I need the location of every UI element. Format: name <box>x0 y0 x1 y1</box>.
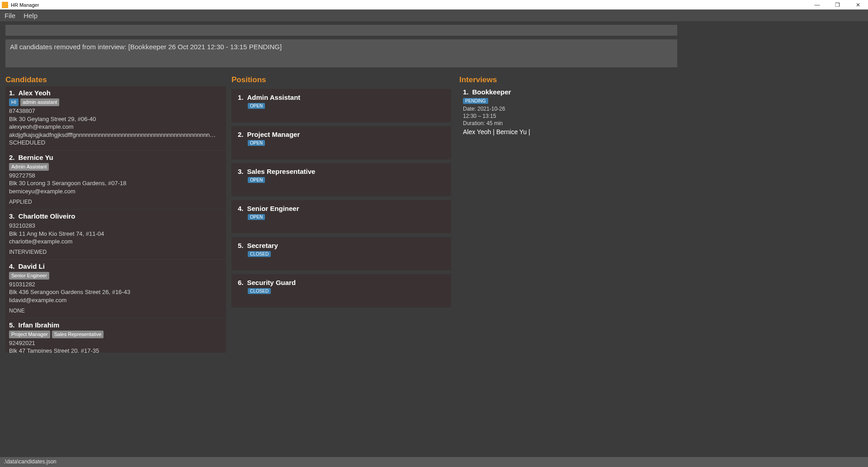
interview-item[interactable]: 1.Bookkeeper PENDING Date: 2021-10-26 12… <box>459 86 864 137</box>
position-item[interactable]: 5.Secretary CLOSED <box>231 237 451 271</box>
position-item[interactable]: 6.Security Guard CLOSED <box>231 274 451 308</box>
position-status-badge: OPEN <box>248 177 265 183</box>
close-button[interactable]: ✕ <box>848 0 868 9</box>
app-icon <box>2 2 8 8</box>
position-item[interactable]: 3.Sales Representative OPEN <box>231 163 451 196</box>
candidate-tag: Admin Assistant <box>9 163 49 171</box>
position-item[interactable]: 2.Project Manager OPEN <box>231 126 451 159</box>
candidate-tag: HI <box>9 98 19 106</box>
minimize-button[interactable]: — <box>807 0 827 9</box>
menu-file[interactable]: File <box>5 12 15 19</box>
candidate-tag: Project Manager <box>9 331 50 338</box>
position-item[interactable]: 4.Senior Engineer OPEN <box>231 200 451 234</box>
position-status-badge: OPEN <box>248 214 265 220</box>
position-status-badge: OPEN <box>248 140 265 146</box>
candidate-item[interactable]: 4.David Li Senior Engineer 91031282 Blk … <box>5 260 226 318</box>
menubar: File Help <box>0 9 868 21</box>
window-titlebar: HR Manager — ❐ ✕ <box>0 0 868 9</box>
candidate-tag: admin assistant <box>20 98 59 106</box>
interview-status-badge: PENDING <box>463 98 488 104</box>
interviews-section-title: Interviews <box>459 75 864 84</box>
command-input[interactable] <box>5 25 677 36</box>
candidate-tag: Sales Representative <box>52 331 104 338</box>
footer-path: .\data\candidates.json <box>0 457 868 467</box>
status-message: All candidates removed from interview: [… <box>5 39 677 67</box>
position-status-badge: OPEN <box>248 103 265 109</box>
positions-section-title: Positions <box>231 75 459 84</box>
window-title: HR Manager <box>11 2 39 8</box>
position-status-badge: CLOSED <box>248 288 271 294</box>
positions-list: 1.Admin Assistant OPEN 2.Project Manager… <box>231 86 459 308</box>
candidate-item[interactable]: 1.Alex Yeoh HI admin assistant 87438807 … <box>5 86 226 150</box>
candidate-item[interactable]: 2.Bernice Yu Admin Assistant 99272758 Bl… <box>5 151 226 209</box>
position-item[interactable]: 1.Admin Assistant OPEN <box>231 89 451 122</box>
position-status-badge: CLOSED <box>248 251 271 257</box>
candidate-item[interactable]: 3.Charlotte Oliveiro 93210283 Blk 11 Ang… <box>5 210 226 259</box>
candidate-item[interactable]: 5.Irfan Ibrahim Project Manager Sales Re… <box>5 318 226 353</box>
menu-help[interactable]: Help <box>24 12 38 19</box>
maximize-button[interactable]: ❐ <box>827 0 848 9</box>
candidates-list[interactable]: 1.Alex Yeoh HI admin assistant 87438807 … <box>5 86 226 353</box>
candidate-tag: Senior Engineer <box>9 272 49 280</box>
candidates-section-title: Candidates <box>5 75 231 84</box>
